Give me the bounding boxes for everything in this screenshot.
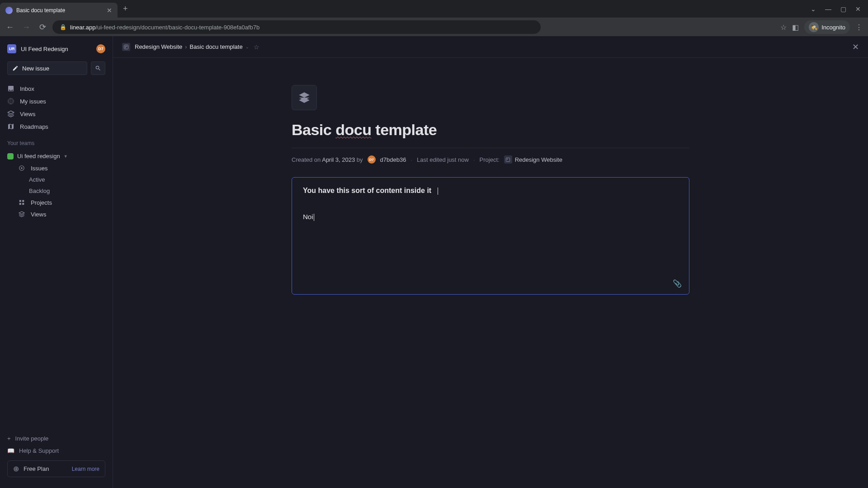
target-icon <box>7 98 14 105</box>
svg-rect-11 <box>507 159 508 160</box>
editor-body-text[interactable]: Noi <box>303 213 678 221</box>
invite-people-link[interactable]: + Invite people <box>7 432 105 445</box>
close-panel-icon[interactable]: ✕ <box>852 42 859 52</box>
author-avatar: D7 <box>368 155 376 164</box>
dropdown-icon[interactable]: ⌄ <box>811 5 816 13</box>
layers-icon <box>7 110 14 117</box>
tab-title: Basic docu template <box>16 7 103 14</box>
sidebar-item-active[interactable]: Active <box>22 174 113 185</box>
browser-tab[interactable]: Basic docu template ✕ <box>0 3 118 18</box>
browser-tab-bar: Basic docu template ✕ + ⌄ — ▢ ✕ <box>0 0 868 18</box>
sidebar-item-my-issues[interactable]: My issues <box>0 95 113 108</box>
editor-heading-text[interactable]: You have this sort of content inside it <box>303 187 678 195</box>
window-controls: ⌄ — ▢ ✕ <box>811 5 868 13</box>
document-metadata: Created on April 3, 2023 by D7 d7bdeb36 … <box>292 155 689 164</box>
svg-rect-3 <box>22 200 24 202</box>
divider <box>292 148 689 148</box>
inbox-icon <box>7 85 14 92</box>
attachment-icon[interactable]: 📎 <box>673 279 682 288</box>
back-button[interactable]: ← <box>4 23 16 32</box>
plan-badge: ⊕ Free Plan Learn more <box>7 460 105 477</box>
project-icon <box>504 155 512 164</box>
project-label: Project: <box>480 156 500 163</box>
svg-rect-10 <box>506 158 510 161</box>
sidebar: UR UI Feed Redesign D7 New issue Inbox M… <box>0 36 113 488</box>
document-title[interactable]: Basic docu template <box>292 121 689 139</box>
sidebar-item-projects[interactable]: Projects <box>11 197 113 208</box>
circle-dot-icon <box>18 164 25 172</box>
pencil-icon <box>12 65 19 71</box>
favorite-star-icon[interactable]: ☆ <box>254 43 259 51</box>
reload-button[interactable]: ⟳ <box>36 22 49 32</box>
maximize-icon[interactable]: ▢ <box>840 5 846 13</box>
layers-icon <box>18 211 25 218</box>
browser-toolbar: ← → ⟳ 🔒 linear.app/ui-feed-redesign/docu… <box>0 18 868 36</box>
search-icon <box>95 65 101 71</box>
project-link[interactable]: Redesign Website <box>504 155 562 164</box>
svg-rect-2 <box>19 200 21 202</box>
grid-icon <box>18 199 25 206</box>
close-window-icon[interactable]: ✕ <box>855 5 861 13</box>
topbar: Redesign Website › Basic docu template ⌄… <box>113 36 868 58</box>
project-icon <box>122 43 130 51</box>
last-edited-label: Last edited just now <box>417 156 469 163</box>
new-tab-button[interactable]: + <box>123 4 128 14</box>
map-icon <box>7 123 14 130</box>
breadcrumb-project[interactable]: Redesign Website <box>135 43 182 50</box>
favicon-icon <box>5 7 13 14</box>
svg-rect-9 <box>125 47 126 48</box>
workspace-icon: UR <box>7 44 16 53</box>
user-avatar[interactable]: D7 <box>96 44 105 53</box>
sidebar-item-backlog[interactable]: Backlog <box>22 185 113 197</box>
document-editor[interactable]: You have this sort of content inside it … <box>292 177 689 295</box>
forward-button[interactable]: → <box>20 23 33 32</box>
workspace-name: UI Feed Redesign <box>21 46 92 52</box>
lock-icon: 🔒 <box>60 24 66 30</box>
extensions-icon[interactable]: ◧ <box>792 23 799 32</box>
team-color-icon <box>7 153 14 160</box>
svg-rect-7 <box>125 46 126 47</box>
book-icon: 📖 <box>7 447 14 454</box>
bookmark-star-icon[interactable]: ☆ <box>780 23 787 32</box>
workspace-switcher[interactable]: UR UI Feed Redesign D7 <box>0 42 113 56</box>
sidebar-item-inbox[interactable]: Inbox <box>0 82 113 95</box>
breadcrumb-document: Basic docu template <box>190 43 243 50</box>
svg-rect-4 <box>19 203 21 205</box>
svg-rect-5 <box>22 203 24 205</box>
author-name: d7bdeb36 <box>380 156 406 163</box>
url-text: linear.app/ui-feed-redesign/document/bas… <box>70 24 259 31</box>
svg-rect-8 <box>127 46 127 47</box>
tab-close-icon[interactable]: ✕ <box>107 7 112 14</box>
incognito-badge[interactable]: 🕵 Incognito <box>804 20 850 34</box>
sidebar-item-roadmaps[interactable]: Roadmaps <box>0 120 113 133</box>
svg-rect-6 <box>124 45 128 49</box>
chevron-down-icon: ▼ <box>64 154 68 159</box>
sidebar-item-views[interactable]: Views <box>0 108 113 120</box>
plus-icon: + <box>7 435 11 442</box>
circle-plus-icon: ⊕ <box>13 465 19 473</box>
address-bar[interactable]: 🔒 linear.app/ui-feed-redesign/document/b… <box>52 20 541 34</box>
breadcrumb: Redesign Website › Basic docu template ⌄ <box>135 43 249 50</box>
team-toggle[interactable]: Ui feed redesign ▼ <box>0 150 113 162</box>
svg-point-1 <box>21 167 23 169</box>
incognito-icon: 🕵 <box>809 22 819 32</box>
help-support-link[interactable]: 📖 Help & Support <box>7 445 105 457</box>
teams-section-label: Your teams <box>0 133 113 150</box>
sidebar-item-issues[interactable]: Issues <box>11 162 113 174</box>
sidebar-item-team-views[interactable]: Views <box>11 208 113 220</box>
new-issue-button[interactable]: New issue <box>7 61 87 75</box>
browser-menu-icon[interactable]: ⋮ <box>855 23 863 32</box>
minimize-icon[interactable]: — <box>825 5 831 13</box>
chevron-down-icon[interactable]: ⌄ <box>245 45 249 49</box>
learn-more-link[interactable]: Learn more <box>72 466 99 472</box>
search-button[interactable] <box>91 61 105 75</box>
document-icon-picker[interactable] <box>292 85 317 110</box>
layers-stack-icon <box>298 91 311 104</box>
